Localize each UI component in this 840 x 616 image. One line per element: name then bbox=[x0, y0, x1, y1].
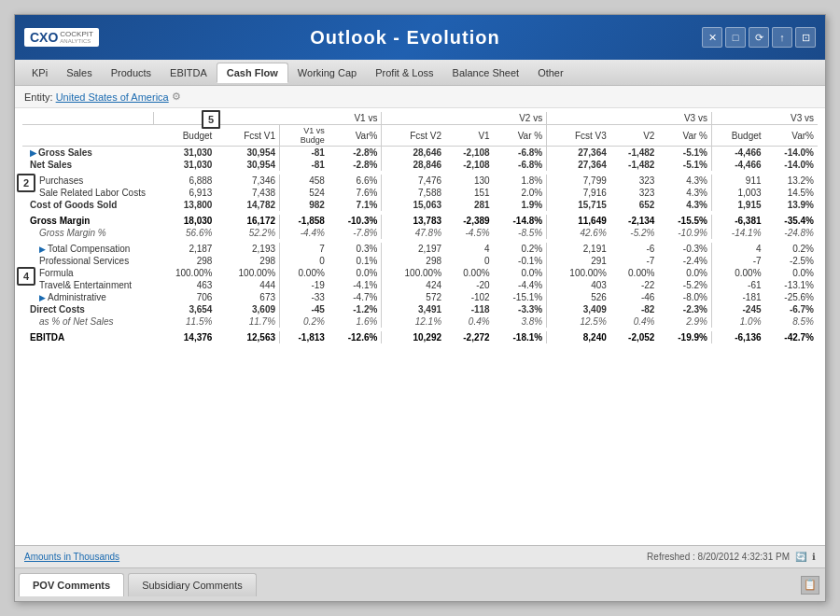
cogs-v2: 652 bbox=[610, 199, 659, 211]
dc-var2: -3.3% bbox=[494, 303, 547, 315]
tr-fcstv3: 403 bbox=[547, 279, 610, 291]
lab-fcstv2: 7,588 bbox=[382, 187, 445, 199]
table-row-admin: ▶Administrative 706 673 -33 -4.7% 572 -1… bbox=[22, 291, 818, 303]
pur-v1: 130 bbox=[445, 175, 494, 187]
formula-var3: 0.0% bbox=[658, 267, 711, 279]
col-header-label bbox=[22, 112, 153, 125]
ns-var4: -14.0% bbox=[765, 159, 818, 171]
table-row-pct-netsales: as % of Net Sales 11.5% 11.7% 0.2% 1.6% … bbox=[22, 315, 818, 328]
gm-v1: -2,389 bbox=[445, 215, 494, 227]
formula-fcstv2: 100.00% bbox=[382, 267, 445, 279]
pctns-budget2: 1.0% bbox=[711, 315, 764, 328]
table-row-total-comp: ▶Total Compensation 2,187 2,193 7 0.3% 2… bbox=[22, 243, 818, 255]
gm-v1budge: -1,858 bbox=[280, 215, 329, 227]
gmpct-v1budge: -4.4% bbox=[280, 227, 329, 239]
tc-v1: 4 bbox=[445, 243, 494, 255]
lab-fcstv3: 7,916 bbox=[547, 187, 610, 199]
dc-fcstv3: 3,409 bbox=[547, 303, 610, 315]
travel-label: Travel& Entertainment bbox=[22, 279, 153, 291]
ps-v1: 0 bbox=[445, 255, 494, 267]
icon-btn-5[interactable]: ⊡ bbox=[795, 27, 816, 48]
gm-fcstv1: 16,172 bbox=[216, 215, 279, 227]
cogs-v1: 281 bbox=[445, 199, 494, 211]
tc-label: ▶Total Compensation bbox=[22, 243, 153, 255]
ps-v1budge: 0 bbox=[280, 255, 329, 267]
nav-sales[interactable]: Sales bbox=[57, 63, 102, 82]
ps-fcstv3: 291 bbox=[547, 255, 610, 267]
entity-value[interactable]: United States of America bbox=[56, 91, 169, 103]
col-fcst-v1: Fcst V1 bbox=[216, 125, 279, 147]
col-fcst-v2: Fcst V2 bbox=[382, 125, 445, 147]
ps-fcstv1: 298 bbox=[216, 255, 279, 267]
data-table: V1 vs V2 vs V3 vs V3 vs Budget Fcst V1 V… bbox=[22, 112, 818, 343]
ebitda-budget2: -6,136 bbox=[711, 331, 764, 343]
pctns-fcstv1: 11.7% bbox=[216, 315, 279, 328]
formula-v2: 0.00% bbox=[610, 267, 659, 279]
info-icon[interactable]: ℹ bbox=[812, 552, 816, 562]
formula-label: Formula bbox=[22, 267, 153, 279]
dc-v2: -82 bbox=[610, 303, 659, 315]
col-fcst-v3: Fcst V3 bbox=[547, 125, 610, 147]
col-group-v3a: V3 vs bbox=[547, 112, 712, 125]
logo-text: CXO bbox=[30, 30, 58, 45]
amounts-label[interactable]: Amounts in Thousands bbox=[24, 552, 119, 562]
dc-var4: -6.7% bbox=[765, 303, 818, 315]
ebitda-var1: -12.6% bbox=[329, 331, 382, 343]
gm-var2: -14.8% bbox=[494, 215, 547, 227]
col-var-pct-1: Var% bbox=[329, 125, 382, 147]
dc-fcstv2: 3,491 bbox=[382, 303, 445, 315]
tc-var3: -0.3% bbox=[658, 243, 711, 255]
adm-v1budge: -33 bbox=[280, 291, 329, 303]
comments-icon[interactable]: 📋 bbox=[801, 576, 819, 595]
nav-workingcap[interactable]: Working Cap bbox=[288, 63, 366, 82]
icon-btn-4[interactable]: ↑ bbox=[772, 27, 792, 48]
nav-balancesheet[interactable]: Balance Sheet bbox=[443, 63, 529, 82]
col-var-pct-2: Var % bbox=[494, 125, 547, 147]
entity-label: Entity: bbox=[24, 91, 53, 103]
gs-fcstv2: 28,646 bbox=[382, 147, 445, 160]
nav-other[interactable]: Other bbox=[528, 63, 573, 82]
gm-budget: 18,030 bbox=[153, 215, 216, 227]
table-row-ebitda: EBITDA 14,376 12,563 -1,813 -12.6% 10,29… bbox=[22, 331, 818, 343]
refresh-icon[interactable]: 🔄 bbox=[795, 552, 806, 562]
pur-v2: 323 bbox=[610, 175, 659, 187]
tc-fcstv1: 2,193 bbox=[216, 243, 279, 255]
ebitda-label: EBITDA bbox=[22, 331, 153, 343]
tab-subsidiary-comments[interactable]: Subsidiary Comments bbox=[128, 573, 257, 596]
tr-v1budge: -19 bbox=[280, 279, 329, 291]
icon-btn-2[interactable]: □ bbox=[725, 27, 746, 48]
tab-pov-comments[interactable]: POV Comments bbox=[19, 573, 124, 596]
table-row-formula: Formula 100.00% 100.00% 0.00% 0.0% 100.0… bbox=[22, 267, 818, 279]
tr-fcstv1: 444 bbox=[216, 279, 279, 291]
table-row-cogs: Cost of Goods Sold 13,800 14,782 982 7.1… bbox=[22, 199, 818, 211]
adm-var2: -15.1% bbox=[494, 291, 547, 303]
pur-fcstv1: 7,346 bbox=[216, 175, 279, 187]
ns-v1budge: -81 bbox=[280, 159, 329, 171]
icon-btn-3[interactable]: ⟳ bbox=[749, 27, 769, 48]
gmpct-var3: -10.9% bbox=[658, 227, 711, 239]
ps-budget2: -7 bbox=[711, 255, 764, 267]
dc-var1: -1.2% bbox=[329, 303, 382, 315]
nav-kpi[interactable]: KPi bbox=[22, 63, 57, 82]
col-v2: V2 bbox=[610, 125, 659, 147]
col-v1-budge: V1 vsBudge bbox=[280, 125, 329, 147]
table-row-net-sales: Net Sales 31,030 30,954 -81 -2.8% 28,846… bbox=[22, 159, 818, 171]
ns-fcstv3: 27,364 bbox=[547, 159, 610, 171]
gm-var3: -15.5% bbox=[658, 215, 711, 227]
gs-var4: -14.0% bbox=[765, 147, 818, 160]
table-row-labor: Sale Related Labor Costs 6,913 7,438 524… bbox=[22, 187, 818, 199]
pur-v1budge: 458 bbox=[280, 175, 329, 187]
adm-var1: -4.7% bbox=[329, 291, 382, 303]
adm-var4: -25.6% bbox=[765, 291, 818, 303]
dc-v1budge: -45 bbox=[280, 303, 329, 315]
dc-v1: -118 bbox=[445, 303, 494, 315]
table-row-prof-svc: Professional Services 298 298 0 0.1% 298… bbox=[22, 255, 818, 267]
nav-ebitda[interactable]: EBITDA bbox=[161, 63, 217, 82]
gs-budget: 31,030 bbox=[153, 147, 216, 160]
nav-products[interactable]: Products bbox=[102, 63, 161, 82]
nav-cashflow[interactable]: Cash Flow bbox=[217, 63, 288, 83]
icon-btn-1[interactable]: ✕ bbox=[702, 27, 722, 48]
admin-label: ▶Administrative bbox=[22, 291, 153, 303]
nav-profitloss[interactable]: Profit & Loss bbox=[366, 63, 442, 82]
ps-label: Professional Services bbox=[22, 255, 153, 267]
